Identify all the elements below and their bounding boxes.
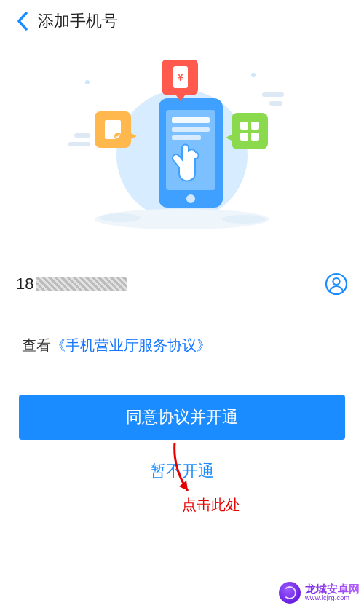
svg-rect-5: [68, 142, 90, 146]
svg-marker-32: [179, 481, 188, 491]
phone-number-visible: 18: [16, 275, 33, 293]
header: 添加手机号: [0, 0, 364, 42]
agreement-line: 查看《手机营业厅服务协议》: [0, 315, 364, 363]
phone-number: 18: [16, 275, 127, 293]
svg-rect-21: [232, 113, 268, 149]
watermark-logo-icon: [279, 582, 301, 604]
svg-rect-22: [240, 122, 248, 130]
illustration-svg: ¥: [51, 60, 313, 235]
svg-rect-12: [172, 135, 201, 140]
svg-point-0: [85, 80, 90, 84]
svg-point-31: [333, 278, 340, 285]
svg-rect-11: [172, 127, 210, 132]
svg-text:¥: ¥: [178, 71, 183, 83]
svg-rect-23: [251, 122, 259, 130]
svg-rect-3: [269, 101, 282, 106]
agree-and-activate-button[interactable]: 同意协议并开通: [19, 395, 345, 440]
contact-icon[interactable]: [325, 272, 348, 296]
svg-point-9: [186, 194, 195, 203]
svg-rect-4: [74, 133, 90, 138]
watermark-cn: 龙城安卓网: [305, 583, 360, 595]
phone-row: 18: [0, 253, 364, 315]
svg-point-29: [222, 215, 266, 224]
annotation-text: 点击此处: [182, 495, 240, 515]
agreement-prefix: 查看: [22, 337, 51, 353]
watermark: 龙城安卓网 www.lcjrg.com: [279, 582, 360, 604]
illustration: ¥: [0, 42, 364, 253]
watermark-en: www.lcjrg.com: [305, 595, 360, 601]
svg-rect-25: [251, 133, 259, 141]
phone-number-masked: [36, 277, 127, 291]
svg-point-1: [251, 73, 256, 77]
back-button[interactable]: [12, 10, 33, 32]
svg-rect-24: [240, 133, 248, 141]
svg-rect-10: [172, 117, 210, 123]
agreement-link[interactable]: 《手机营业厅服务协议》: [51, 337, 211, 353]
svg-rect-2: [262, 92, 284, 97]
skip-button[interactable]: 暂不开通: [0, 460, 364, 482]
svg-point-28: [100, 213, 141, 222]
page-title: 添加手机号: [38, 10, 118, 32]
chevron-left-icon: [16, 12, 29, 31]
